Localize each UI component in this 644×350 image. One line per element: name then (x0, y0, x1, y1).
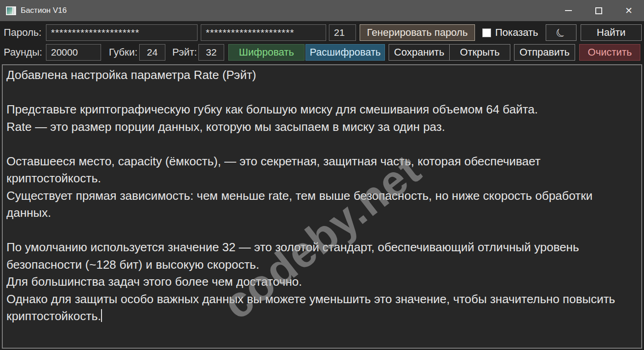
rate-label: Рэйт: (172, 46, 198, 58)
generate-password-button[interactable]: Генерировать пароль (360, 24, 475, 41)
minimize-button[interactable] (553, 0, 583, 21)
maximize-button[interactable] (583, 0, 614, 21)
text-editor[interactable]: Добавлена настройка параметра Rate (Рэйт… (2, 64, 642, 349)
watermark: codeby.net (164, 111, 479, 349)
save-button[interactable]: Сохранить (389, 45, 449, 60)
decrypt-button[interactable]: Расшифровать (305, 44, 385, 61)
sponges-input[interactable] (139, 44, 165, 61)
show-password-checkbox[interactable] (482, 28, 491, 37)
rounds-label: Раунды: (4, 46, 44, 58)
app-window: Бастион V16 ✕ Пароль: Генерировать парол… (0, 0, 644, 350)
password-input[interactable] (46, 24, 198, 41)
window-title: Бастион V16 (21, 6, 67, 15)
crescent-moon-icon: ☾ (553, 24, 569, 41)
toolbar-row-actions: Раунды: Губки: Рэйт: Шифровать Расшифров… (0, 44, 644, 61)
password-label: Пароль: (4, 27, 44, 39)
app-icon-strip (13, 7, 15, 14)
save-open-button-group: Сохранить Открыть (389, 44, 510, 61)
app-icon-art (7, 7, 12, 14)
maximize-icon (595, 7, 602, 14)
rate-input[interactable] (198, 44, 224, 61)
sponges-label: Губки: (109, 46, 138, 58)
rounds-input[interactable] (46, 44, 101, 61)
find-button[interactable]: Найти (581, 24, 642, 41)
send-button[interactable]: Отправить (514, 44, 575, 61)
theme-toggle-button[interactable]: ☾ (546, 24, 576, 41)
minimize-icon (565, 10, 572, 11)
editor-text: Добавлена настройка параметра Rate (Рэйт… (6, 68, 618, 323)
toolbar-row-password: Пароль: Генерировать пароль Показать ☾ Н… (0, 24, 644, 41)
show-password-label: Показать (495, 27, 539, 39)
encrypt-button[interactable]: Шифровать (228, 44, 305, 61)
window-controls: ✕ (553, 0, 644, 21)
close-button[interactable]: ✕ (614, 0, 644, 21)
clear-button[interactable]: Очистить (579, 44, 640, 61)
text-caret (101, 309, 102, 322)
password-length-input[interactable] (329, 24, 356, 41)
app-icon (6, 6, 16, 15)
open-button[interactable]: Открыть (450, 45, 510, 60)
password-confirm-input[interactable] (201, 24, 326, 41)
titlebar: Бастион V16 ✕ (0, 0, 644, 21)
close-icon: ✕ (625, 6, 633, 15)
